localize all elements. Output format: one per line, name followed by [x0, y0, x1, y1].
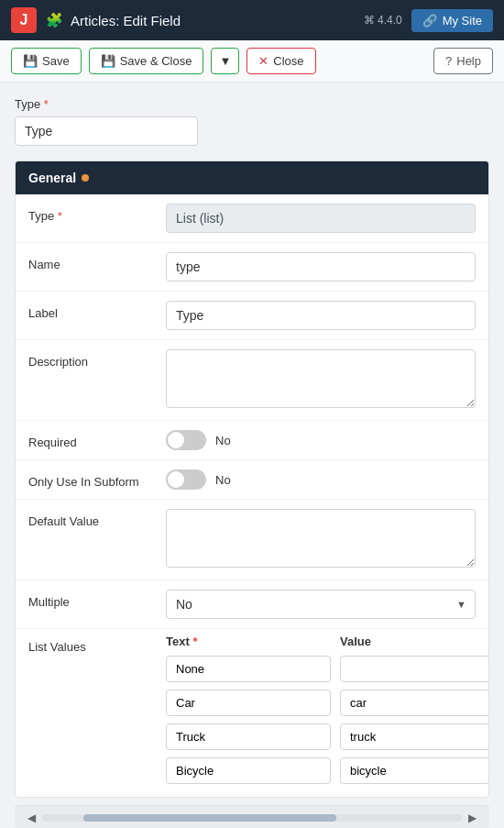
- list-value-header: Value: [340, 635, 489, 648]
- list-item: [166, 723, 489, 750]
- description-textarea[interactable]: [166, 349, 476, 408]
- section-indicator: [82, 174, 89, 182]
- list-values-row: List Values Text * Value: [16, 629, 488, 797]
- default-value-row: Default Value: [16, 500, 488, 580]
- only-use-toggle[interactable]: [166, 469, 206, 490]
- name-field-control: [166, 252, 476, 282]
- list-text-input-4[interactable]: [166, 757, 331, 784]
- section-title: General: [28, 171, 76, 185]
- label-field-control: [166, 301, 476, 330]
- required-field-control: No: [166, 430, 476, 450]
- description-field-label: Description: [28, 349, 157, 369]
- scroll-right-arrow[interactable]: ▶: [468, 811, 477, 824]
- logo-text: J: [20, 12, 28, 28]
- multiple-select-wrapper: No Yes: [166, 590, 476, 619]
- required-toggle[interactable]: [166, 430, 206, 450]
- list-values-field-label: List Values: [28, 635, 157, 654]
- topbar-left: J 🧩 Articles: Edit Field: [11, 7, 181, 33]
- required-field-label: Required: [28, 430, 157, 449]
- multiple-row: Multiple No Yes: [16, 580, 488, 629]
- list-text-input-3[interactable]: [166, 723, 331, 750]
- name-row: Name: [16, 243, 488, 292]
- name-input[interactable]: [166, 252, 476, 282]
- dropdown-button[interactable]: ▼: [211, 48, 239, 74]
- title-input[interactable]: [15, 116, 198, 146]
- required-row: Required No: [16, 421, 488, 460]
- type-field-label: Type *: [28, 204, 157, 223]
- page-title: 🧩 Articles: Edit Field: [46, 12, 181, 28]
- scrollbar-track[interactable]: [41, 814, 463, 822]
- required-toggle-label: No: [215, 434, 231, 447]
- only-use-field-control: No: [166, 469, 476, 490]
- topbar: J 🧩 Articles: Edit Field ⌘ 4.4.0 🔗 My Si…: [0, 0, 504, 40]
- general-section-header: General: [16, 161, 488, 194]
- description-row: Description: [16, 340, 488, 421]
- label-row: Label: [16, 292, 488, 340]
- scrollbar-thumb: [83, 814, 336, 822]
- save-icon: 💾: [23, 54, 38, 68]
- help-button[interactable]: ? Help: [433, 48, 493, 74]
- name-field-label: Name: [28, 252, 157, 271]
- help-icon: ?: [445, 54, 452, 68]
- topbar-right: ⌘ 4.4.0 🔗 My Site: [364, 9, 493, 32]
- title-field-group: Type *: [15, 97, 489, 146]
- list-values-content: Text * Value: [166, 635, 489, 791]
- save-close-button[interactable]: 💾 Save & Close: [89, 48, 204, 74]
- label-input[interactable]: [166, 301, 476, 330]
- only-use-toggle-row: No: [166, 469, 476, 490]
- close-button[interactable]: ✕ Close: [247, 48, 315, 74]
- chevron-down-icon: ▼: [219, 54, 231, 68]
- type-row: Type * List (list): [16, 194, 488, 243]
- save-button[interactable]: 💾 Save: [11, 48, 82, 74]
- toolbar: 💾 Save 💾 Save & Close ▼ ✕ Close ? Help: [0, 40, 504, 83]
- description-field-control: [166, 349, 476, 411]
- type-field-control: List (list): [166, 204, 476, 233]
- list-value-input-1[interactable]: [340, 656, 489, 682]
- multiple-field-control: No Yes: [166, 590, 476, 619]
- list-item: [166, 757, 489, 784]
- list-values-header: Text * Value: [166, 635, 489, 648]
- list-value-input-4[interactable]: [340, 757, 489, 784]
- label-field-label: Label: [28, 301, 157, 320]
- external-link-icon: 🔗: [422, 14, 437, 28]
- list-value-input-3[interactable]: [340, 723, 489, 750]
- scrollbar-container: ◀ ▶: [15, 805, 489, 828]
- only-use-toggle-label: No: [215, 473, 231, 487]
- list-text-input-2[interactable]: [166, 690, 331, 716]
- default-value-field-control: [166, 509, 476, 570]
- only-use-row: Only Use In Subform No: [16, 460, 488, 500]
- type-display: List (list): [166, 204, 476, 233]
- close-icon: ✕: [258, 54, 268, 68]
- joomla-logo[interactable]: J: [11, 7, 37, 33]
- required-toggle-row: No: [166, 430, 476, 450]
- multiple-select[interactable]: No Yes: [166, 590, 476, 619]
- default-value-textarea[interactable]: [166, 509, 476, 568]
- list-text-input-1[interactable]: [166, 656, 331, 682]
- puzzle-icon: 🧩: [46, 12, 63, 28]
- list-item: [166, 656, 489, 682]
- multiple-field-label: Multiple: [28, 590, 157, 609]
- default-value-field-label: Default Value: [28, 509, 157, 528]
- only-use-field-label: Only Use In Subform: [28, 469, 157, 489]
- main-content: Type * General Type * List (list): [0, 83, 504, 828]
- version-badge: ⌘ 4.4.0: [364, 14, 402, 27]
- my-site-button[interactable]: 🔗 My Site: [411, 9, 493, 32]
- general-section-body: Type * List (list) Name Label: [16, 194, 488, 797]
- general-panel: General Type * List (list) Name: [15, 160, 489, 798]
- save-close-icon: 💾: [101, 54, 115, 68]
- title-required: *: [44, 97, 49, 111]
- list-item: [166, 690, 489, 716]
- scroll-left-arrow[interactable]: ◀: [27, 811, 36, 824]
- list-text-header: Text *: [166, 635, 331, 648]
- title-label: Type *: [15, 97, 489, 111]
- list-value-input-2[interactable]: [340, 690, 489, 716]
